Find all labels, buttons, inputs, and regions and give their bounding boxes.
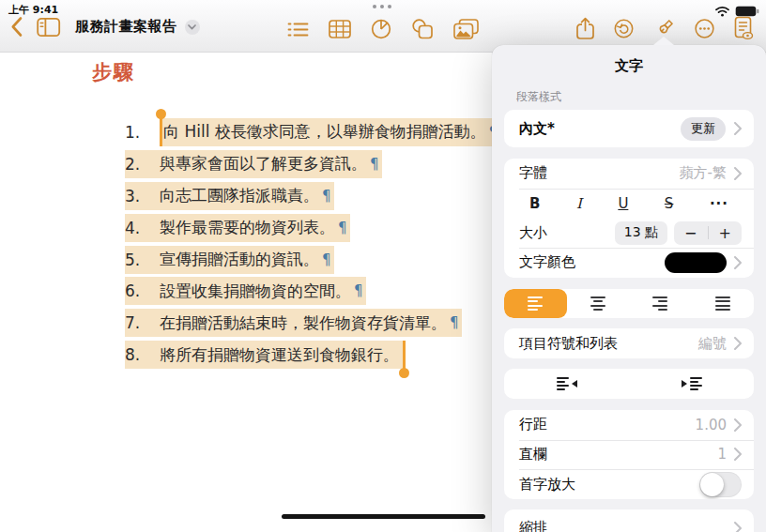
paragraph-styles-label: 段落樣式 [516,89,766,105]
share-icon[interactable] [575,17,595,40]
chevron-right-icon [734,167,742,180]
text-color-row[interactable]: 文字顏色 [504,248,754,278]
spacing-card: 行距 1.00 直欄 1 首字放大 [504,410,754,499]
chevron-right-icon [734,522,742,532]
drop-cap-row: 首字放大 [504,469,754,499]
increase-indent-button[interactable] [629,369,754,399]
text-color-swatch[interactable] [665,252,727,273]
multitask-dots-icon [373,5,391,8]
shapes-icon[interactable] [411,19,434,39]
font-label: 字體 [519,164,680,182]
list-item[interactable]: 4. 製作最需要的物資列表。 ¶ [125,212,500,244]
panel-title: 文字 [492,45,766,75]
list-number: 7. [125,313,160,332]
more-icon[interactable] [694,18,715,39]
line-spacing-value: 1.00 [696,417,727,433]
bullets-lists-card: 項目符號和列表 編號 [504,328,754,358]
line-spacing-row[interactable]: 行距 1.00 [504,410,754,440]
outdent-icon [557,377,569,390]
style-name: 內文* [519,120,681,138]
list-number: 3. [125,187,160,205]
list-item[interactable]: 1. 向 Hill 校長徵求同意，以舉辦食物捐贈活動。 ¶ [125,116,500,148]
pilcrow-mark: ¶ [338,220,347,236]
pages-app-screen: 上午 9:41 服務計畫案報告 [0,0,766,532]
justify-button[interactable] [692,289,755,319]
justify-icon [715,296,730,312]
popover-arrow [653,37,674,45]
selected-text-end[interactable]: 8. 將所有捐贈物資運送到食物銀行。 [125,341,405,369]
toolbar-left: 服務計畫案報告 [10,16,200,38]
list-item[interactable]: 6. 設置收集捐贈物資的空間。 ¶ [125,275,500,307]
pilcrow-mark: ¶ [370,156,379,173]
decrease-size-button[interactable]: − [674,221,708,245]
indents-row[interactable]: 縮排 [504,509,754,532]
align-center-button[interactable] [567,289,630,319]
underline-button[interactable]: U [618,195,628,212]
bold-button[interactable]: B [529,195,540,212]
chevron-right-icon [734,418,742,432]
chevron-right-icon [734,256,742,269]
align-left-button[interactable] [504,289,567,319]
decrease-indent-button[interactable] [504,369,629,399]
list-number: 4. [125,219,160,237]
columns-row[interactable]: 直欄 1 [504,440,754,470]
align-right-icon [652,296,667,312]
size-label: 大小 [519,224,615,242]
home-indicator[interactable] [282,514,485,519]
list-number: 8. [125,345,160,364]
drop-cap-toggle[interactable] [699,472,742,497]
list-number: 5. [125,251,160,269]
indent-card [504,369,754,399]
selected-text-start[interactable]: 向 Hill 校長徵求同意，以舉辦食物捐贈活動。 ¶ [160,118,500,146]
bullets-lists-value: 編號 [698,335,727,353]
page-thumbnails-button[interactable] [37,17,61,38]
font-row[interactable]: 字體 蘋方-繁 [504,159,754,189]
document-heading[interactable]: 步驟 [92,59,135,85]
bullets-lists-row[interactable]: 項目符號和列表 編號 [504,328,754,358]
media-icon[interactable] [453,19,479,39]
line-spacing-label: 行距 [519,416,696,433]
more-format-button[interactable]: ··· [710,195,728,212]
toolbar-insert-tools [287,19,479,39]
view-options-icon[interactable] [733,16,754,40]
list-number: 6. [125,281,160,300]
list-number: 1. [125,123,160,142]
pilcrow-mark: ¶ [322,188,331,205]
update-style-button[interactable]: 更新 [681,117,726,141]
size-row: 大小 13 點 − + [504,218,754,248]
list-item[interactable]: 3. 向志工團隊指派職責。 ¶ [125,180,500,212]
indents-label: 縮排 [519,519,734,532]
chevron-right-icon [734,337,742,350]
document-title: 服務計畫案報告 [75,18,177,36]
table-of-contents-icon[interactable] [287,21,309,38]
table-icon[interactable] [329,20,351,38]
indent-buttons-row [504,369,754,399]
size-value[interactable]: 13 點 [615,221,667,245]
list-number: 2. [125,155,160,174]
list-item[interactable]: 8. 將所有捐贈物資運送到食物銀行。 [125,339,500,371]
increase-size-button[interactable]: + [709,221,743,245]
paragraph-style-row[interactable]: 內文* 更新 [504,110,754,147]
strikethrough-button[interactable]: S [665,195,674,212]
pilcrow-mark: ¶ [354,282,363,299]
align-right-button[interactable] [629,289,692,319]
document-title-button[interactable]: 服務計畫案報告 [75,18,200,36]
indents-card: 縮排 [504,509,754,532]
status-time: 上午 9:41 [8,3,58,17]
list-item[interactable]: 2. 與專家會面以了解更多資訊。 ¶ [125,148,500,180]
chart-icon[interactable] [371,19,391,39]
list-item[interactable]: 5. 宣傳捐贈活動的資訊。 ¶ [125,244,500,276]
italic-button[interactable]: I [576,195,582,212]
pilcrow-mark: ¶ [450,314,459,331]
align-left-icon [528,296,543,312]
list-item[interactable]: 7. 在捐贈活動結束時，製作物資存貨清單。 ¶ [125,307,500,339]
format-panel: 文字 段落樣式 內文* 更新 字體 蘋方-繁 B I [492,45,766,532]
chevron-right-icon [734,122,742,135]
undo-icon[interactable] [613,18,635,39]
drop-cap-label: 首字放大 [519,476,699,494]
columns-label: 直欄 [519,446,717,464]
text-color-label: 文字顏色 [519,253,665,271]
alignment-control [504,289,754,319]
indent-icon [690,377,702,390]
back-button[interactable] [10,16,23,38]
